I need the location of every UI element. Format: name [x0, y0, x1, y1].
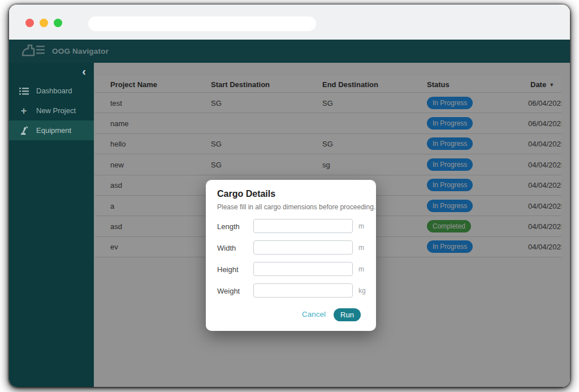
length-input[interactable] [253, 219, 353, 233]
sidebar-nav: Dashboard + New Project [9, 81, 94, 140]
width-field-row: Width m [206, 240, 376, 255]
sidebar-collapse-chevron-left-icon[interactable]: ‹ [82, 64, 86, 79]
address-bar[interactable] [88, 16, 316, 31]
modal-subtitle: Please fill in all cargo dimensions befo… [217, 203, 375, 211]
width-label: Width [217, 243, 236, 252]
cancel-button[interactable]: Cancel [296, 310, 331, 318]
sidebar-item-equipment[interactable]: Equipment [9, 120, 94, 140]
minimize-window-button[interactable] [40, 19, 48, 27]
weight-unit: kg [358, 287, 366, 295]
height-field-row: Height m [206, 262, 376, 276]
browser-window: OOG Navigator ‹ [9, 5, 570, 387]
cargo-details-modal: Cargo Details Please fill in all cargo d… [206, 180, 376, 331]
modal-title: Cargo Details [217, 189, 275, 199]
length-field-row: Length m [206, 219, 376, 233]
width-input[interactable] [253, 240, 353, 255]
weight-label: Weight [217, 286, 240, 295]
plus-icon: + [19, 107, 29, 115]
close-window-button[interactable] [25, 19, 34, 27]
main-content: Project Name Start Destination End Desti… [94, 63, 570, 387]
robot-arm-icon [19, 126, 29, 135]
app-title: OOG Navigator [52, 47, 109, 55]
sidebar-item-label: Dashboard [36, 87, 72, 95]
weight-field-row: Weight kg [206, 283, 376, 298]
maximize-window-button[interactable] [54, 19, 62, 27]
height-label: Height [217, 265, 239, 273]
height-unit: m [358, 265, 364, 273]
sidebar-item-new-project[interactable]: + New Project [9, 101, 94, 120]
run-button[interactable]: Run [334, 308, 361, 321]
list-icon [19, 87, 29, 95]
sidebar-item-label: New Project [36, 106, 76, 115]
app-body: ‹ Dashboa [9, 63, 570, 387]
browser-titlebar [9, 5, 570, 40]
app-header: OOG Navigator [9, 40, 570, 63]
length-unit: m [358, 222, 364, 230]
length-label: Length [217, 222, 240, 230]
weight-input[interactable] [253, 283, 353, 298]
ship-logo-icon [20, 42, 46, 61]
traffic-lights [25, 19, 62, 27]
height-input[interactable] [253, 262, 353, 276]
width-unit: m [358, 244, 364, 252]
sidebar-item-dashboard[interactable]: Dashboard [9, 81, 94, 101]
sidebar: ‹ Dashboa [9, 63, 94, 387]
page: OOG Navigator ‹ [0, 0, 579, 392]
sidebar-item-label: Equipment [36, 126, 71, 135]
